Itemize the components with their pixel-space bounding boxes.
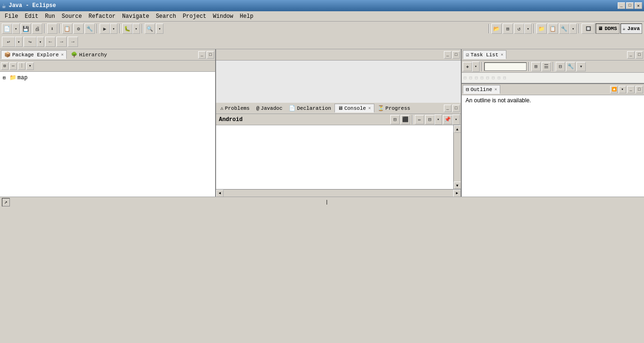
tab-problems[interactable]: ⚠ Problems (217, 104, 253, 113)
menu-project[interactable]: Project (180, 12, 209, 21)
close-button[interactable]: ✕ (635, 2, 642, 9)
save-button[interactable]: 💾 (21, 23, 31, 34)
scroll-down-btn[interactable]: ▼ (454, 182, 461, 189)
console-display-dropdown[interactable]: ▾ (435, 114, 442, 125)
copy-button[interactable]: 📋 (62, 23, 72, 34)
new-task-list-btn[interactable]: ✚ (463, 62, 472, 71)
search-dropdown[interactable]: ▾ (156, 23, 163, 34)
editor-minimize-btn[interactable]: _ (444, 51, 451, 59)
clipboard-button[interactable]: 📋 (548, 23, 558, 34)
scroll-left-btn[interactable]: ◄ (216, 190, 224, 197)
back-with-nav[interactable]: ↩ (2, 37, 15, 47)
tab-package-explorer[interactable]: 📦 Package Explore ✕ (1, 50, 67, 59)
menu-file[interactable]: File (2, 12, 21, 21)
editor-content[interactable] (216, 61, 461, 103)
scroll-up-btn[interactable]: ▲ (454, 125, 461, 133)
maximize-button[interactable]: □ (626, 2, 634, 9)
debug-button[interactable]: 🐛 (122, 23, 132, 34)
refactor-button[interactable]: ⚙ (73, 23, 84, 34)
debug-dropdown[interactable]: ▾ (132, 23, 140, 34)
new-task-dropdown[interactable]: ▾ (472, 61, 480, 72)
view-dropdown-btn[interactable]: ▾ (26, 62, 34, 70)
tools-dropdown[interactable]: ▾ (569, 23, 577, 34)
minimize-button[interactable]: _ (618, 2, 625, 9)
tab-declaration[interactable]: 📄 Declaration (286, 104, 334, 113)
forward-with-nav[interactable]: ↪ (23, 37, 37, 47)
next-button[interactable]: → (56, 37, 67, 47)
forward-dropdown[interactable]: ▾ (37, 37, 44, 47)
console-pin-dropdown[interactable]: ▾ (452, 114, 460, 125)
ddms-perspective[interactable]: 🖥 DDMS (596, 23, 619, 34)
task-settings-btn[interactable]: 🔧 (566, 62, 575, 71)
menu-refactor[interactable]: Refactor (85, 12, 118, 21)
menu-search[interactable]: Search (153, 12, 179, 21)
console-content[interactable] (216, 125, 453, 189)
console-scrollbar-vertical[interactable]: ▲ ▼ (453, 125, 461, 189)
task-list-content[interactable]: ⊟ ⊟ ⊟ ⊟ ⊟ ⊟ ⊟ ⊟ i Connect Mylyn ✕ Connec… (462, 73, 644, 83)
console-clear-btn[interactable]: ⊟ (390, 115, 400, 124)
scroll-right-btn[interactable]: ► (453, 190, 461, 197)
minimize-panel-btn[interactable]: _ (198, 51, 206, 59)
tab-outline[interactable]: ⊟ Outline ✕ (463, 85, 500, 94)
new-button[interactable]: 📄 (2, 23, 12, 34)
console-close[interactable]: ✕ (368, 106, 371, 111)
tab-task-list[interactable]: ☑ Task List ✕ (463, 50, 506, 59)
tab-console[interactable]: 🖥 Console ✕ (334, 104, 374, 113)
menu-navigate[interactable]: Navigate (119, 12, 152, 21)
task-view-menu-btn[interactable]: ▾ (576, 62, 586, 71)
tab-javadoc[interactable]: @ Javadoc (253, 104, 286, 113)
console-display-btn[interactable]: ⊟ (425, 115, 435, 124)
menu-source[interactable]: Source (59, 12, 85, 21)
menu-help[interactable]: Help (237, 12, 256, 21)
refresh-dropdown[interactable]: ▾ (524, 23, 532, 34)
view-menu-btn[interactable]: ⋮ (18, 62, 25, 70)
print-button[interactable]: 🖨 (32, 23, 42, 34)
java-perspective[interactable]: ☕ Java (621, 23, 642, 34)
run-button[interactable]: ▶ (100, 23, 110, 34)
task-minimize-btn[interactable]: _ (627, 51, 635, 59)
task-search-input[interactable] (484, 62, 527, 71)
collapse-all-btn[interactable]: ⊟ (1, 62, 8, 70)
link-editor-btn[interactable]: ↔ (9, 62, 17, 70)
bottom-minimize-btn[interactable]: _ (444, 105, 451, 112)
editor-maximize-btn[interactable]: □ (452, 51, 460, 59)
maximize-panel-btn[interactable]: □ (207, 51, 214, 59)
search-button[interactable]: 🔍 (145, 23, 155, 34)
task-maximize-btn[interactable]: □ (636, 51, 643, 59)
outline-dropdown-btn[interactable]: ▾ (619, 86, 626, 93)
settings-button[interactable]: 🔧 (85, 23, 95, 34)
package-explorer-content[interactable]: ⊞ 📁 map (0, 72, 215, 197)
open-task-button[interactable]: 📂 (491, 23, 502, 34)
menu-window[interactable]: Window (210, 12, 236, 21)
status-nav-icon[interactable]: ↗ (2, 198, 10, 206)
task-collapse-btn[interactable]: ⊟ (556, 62, 565, 71)
outline-minimize-btn[interactable]: _ (627, 86, 635, 93)
folder-button[interactable]: 📁 (536, 23, 547, 34)
download-button[interactable]: ⬇ (47, 23, 57, 34)
nav-extra[interactable]: → (68, 37, 78, 47)
ddms-icon-button[interactable]: 🔲 (582, 23, 595, 34)
scroll-track-h[interactable] (224, 190, 453, 197)
tab-hierarchy[interactable]: 🌳 Hierarchy (68, 50, 110, 59)
package-explorer-close[interactable]: ✕ (61, 52, 63, 57)
outline-sort-btn[interactable]: 🔼 (610, 86, 618, 93)
console-edit-btn[interactable]: ✏ (415, 115, 424, 124)
bottom-maximize-btn[interactable]: □ (452, 105, 460, 112)
menu-edit[interactable]: Edit (22, 12, 41, 21)
new-task-button[interactable]: ⊞ (503, 23, 513, 34)
outline-maximize-btn[interactable]: □ (636, 86, 643, 93)
prev-button[interactable]: ← (45, 37, 55, 47)
task-categories-btn[interactable]: ☰ (542, 62, 551, 71)
tab-progress[interactable]: ⏳ Progress (374, 104, 414, 113)
task-list-close[interactable]: ✕ (501, 52, 503, 57)
refresh-button[interactable]: ↺ (514, 23, 524, 34)
run-dropdown[interactable]: ▾ (110, 23, 117, 34)
console-scrollbar-horizontal[interactable]: ◄ ► (216, 189, 461, 197)
task-filter-btn[interactable]: ⊞ (531, 62, 541, 71)
back-dropdown[interactable]: ▾ (15, 37, 23, 47)
menu-run[interactable]: Run (42, 12, 58, 21)
console-pin-btn[interactable]: 📌 (443, 115, 452, 124)
scroll-track-v[interactable] (454, 133, 461, 182)
outline-close[interactable]: ✕ (495, 87, 497, 92)
new-dropdown[interactable]: ▾ (12, 23, 20, 34)
